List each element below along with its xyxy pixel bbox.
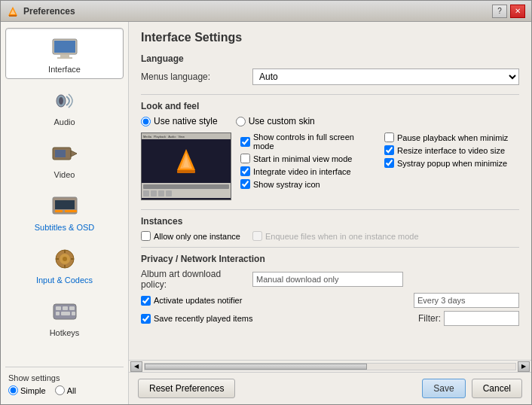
allow-one-instance-text: Allow only one instance [154,232,240,241]
sidebar-hotkeys-label: Hotkeys [50,328,80,337]
pause-minimize-row: Pause playback when minimiz [384,132,519,142]
svg-marker-10 [71,151,77,157]
preview-menu-media: Media [143,135,151,139]
simple-radio[interactable] [8,385,18,395]
sidebar-video-label: Video [54,170,75,179]
activate-updates-checkbox[interactable] [141,296,151,306]
sidebar-subtitles-label: Subtitles & OSD [35,223,94,232]
sidebar-item-audio[interactable]: Audio [5,81,124,132]
sidebar-item-video[interactable]: Video [5,133,124,184]
save-recently-checkbox[interactable] [141,314,151,324]
control-buttons [143,190,229,196]
enqueue-files-checkbox[interactable] [252,231,262,241]
progress-bar [143,184,229,189]
allow-one-instance-label[interactable]: Allow only one instance [141,231,240,241]
language-section: Language Menus language: Auto [141,53,519,85]
simple-radio-label[interactable]: Simple [8,385,46,395]
help-button[interactable]: ? [492,5,507,18]
sidebar: Interface Audio [1,22,129,404]
show-controls-checkbox[interactable] [240,137,250,147]
content-area: Interface Settings Language Menus langua… [129,22,531,404]
horizontal-thumb[interactable] [145,364,367,370]
sidebar-interface-label: Interface [48,65,81,74]
instances-section: Instances Allow only one instance Enqueu… [141,216,519,241]
preview-menu-audio: Audio [168,135,176,139]
preview-menu-playback: Playback [154,135,166,139]
menus-language-row: Menus language: Auto [141,69,519,85]
sidebar-item-input[interactable]: Input & Codecs [5,239,124,290]
title-bar-icon [7,5,19,17]
privacy-section: Privacy / Network Interaction Album art … [141,254,519,326]
activate-updates-text: Activate updates notifier [154,296,242,305]
integrate-video-checkbox[interactable] [240,166,250,176]
custom-skin-label: Use custom skin [249,116,315,126]
title-bar-title: Preferences [23,6,492,17]
svg-rect-13 [55,200,75,209]
sidebar-item-subtitles[interactable]: Subtitles & OSD [5,186,124,237]
filter-label: Filter: [418,313,441,324]
systray-popup-row: Systray popup when minimize [384,158,519,168]
ctrl-btn-1 [143,190,149,196]
custom-skin-option[interactable]: Use custom skin [236,116,315,126]
updates-interval-value: Every 3 days [414,293,519,308]
save-recently-row: Save recently played items Filter: [141,311,519,326]
scroll-right-btn[interactable]: ▶ [518,361,530,372]
resize-interface-checkbox[interactable] [384,145,394,155]
input-icon [50,244,80,274]
svg-point-8 [59,97,63,105]
cancel-button[interactable]: Cancel [472,379,522,398]
hotkeys-icon [50,297,80,327]
native-style-option[interactable]: Use native style [141,116,218,126]
svg-rect-4 [54,41,75,53]
menus-language-label: Menus language: [141,72,246,82]
content-scroll[interactable]: Interface Settings Language Menus langua… [129,22,531,360]
look-and-feel-section: Look and feel Use native style Use custo… [141,101,519,200]
preview-image: Media Playback Audio View [141,132,231,200]
integrate-video-label: Integrate video in interface [253,167,351,176]
activate-updates-label[interactable]: Activate updates notifier [141,296,414,306]
allow-one-instance-checkbox[interactable] [141,231,151,241]
svg-rect-26 [69,306,75,310]
resize-interface-row: Resize interface to video size [384,145,519,155]
all-radio[interactable] [55,385,65,395]
custom-skin-radio[interactable] [236,117,246,126]
activate-updates-row: Activate updates notifier Every 3 days [141,293,519,308]
look-feel-title: Look and feel [141,101,519,111]
show-systray-row: Show systray icon [240,179,375,189]
horizontal-track[interactable] [144,363,516,370]
svg-rect-27 [56,312,60,315]
start-minimal-label: Start in minimal view mode [253,154,352,163]
reset-preferences-button[interactable]: Reset Preferences [138,379,235,398]
album-art-value[interactable]: Manual download only [252,272,403,287]
sidebar-item-interface[interactable]: Interface [5,28,124,79]
svg-rect-5 [60,54,69,57]
horizontal-scrollbar[interactable]: ◀ ▶ [129,360,531,372]
systray-popup-checkbox[interactable] [384,158,394,168]
enqueue-files-label[interactable]: Enqueue files when in one instance mode [252,231,419,241]
start-minimal-checkbox[interactable] [240,154,250,163]
pause-minimize-label: Pause playback when minimiz [397,133,508,142]
save-button[interactable]: Save [422,379,465,398]
sidebar-item-hotkeys[interactable]: Hotkeys [5,291,124,343]
simple-radio-text: Simple [20,386,46,395]
preview-area: Media Playback Audio View [141,132,519,200]
native-style-radio[interactable] [141,117,151,126]
integrate-video-row: Integrate video in interface [240,166,375,176]
show-systray-checkbox[interactable] [240,179,250,189]
svg-rect-15 [65,210,77,212]
svg-point-18 [63,257,67,261]
scroll-left-btn[interactable]: ◀ [130,361,142,372]
divider-2 [141,209,519,210]
menus-language-select[interactable]: Auto [252,69,519,85]
filter-value[interactable] [444,311,519,326]
close-button[interactable]: ✕ [510,5,525,18]
sidebar-bottom: Show settings Simple All [5,367,124,398]
svg-rect-2 [9,15,17,17]
show-settings-label: Show settings [8,373,121,382]
pause-minimize-checkbox[interactable] [384,132,394,142]
save-recently-label[interactable]: Save recently played items [141,314,418,324]
svg-rect-24 [56,306,61,310]
svg-rect-28 [61,312,70,315]
language-section-title: Language [141,53,519,64]
all-radio-label[interactable]: All [55,385,76,395]
